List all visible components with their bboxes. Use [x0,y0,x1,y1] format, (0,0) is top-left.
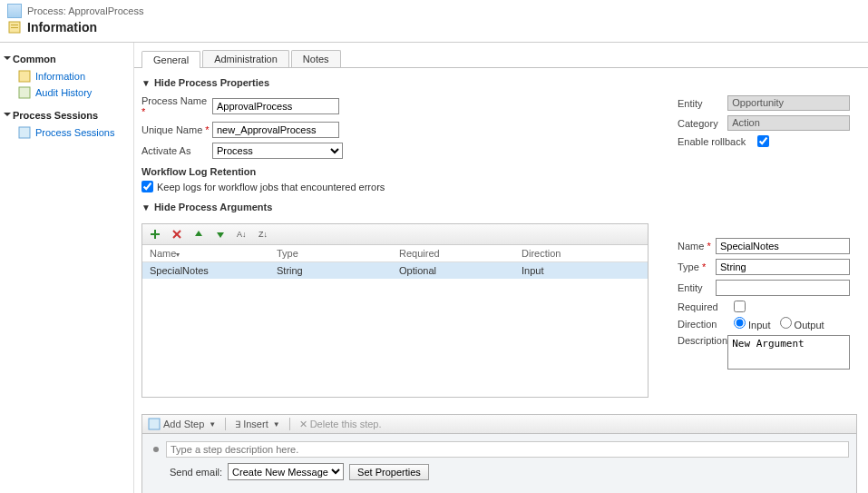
arguments-header: Name▾ Type Required Direction [142,245,648,262]
steps-toolbar: Add Step▼ ∃ Insert▼ ✕ Delete this step. [141,414,857,434]
page-title: Information [27,20,97,35]
delete-icon[interactable] [170,227,184,242]
sessions-icon [18,126,31,139]
process-label: Process: ApprovalProcess [27,5,143,16]
svg-rect-2 [11,27,18,28]
send-email-select[interactable]: Create New Message [228,463,344,480]
col-name[interactable]: Name▾ [142,245,269,261]
svg-rect-4 [19,87,30,98]
delete-x-icon: ✕ [299,419,307,430]
tab-general[interactable]: General [141,51,200,68]
category-readonly: Action [727,115,850,131]
toggle-process-arguments[interactable]: ▼ Hide Process Arguments [141,202,868,212]
step-bullet-icon [153,447,159,452]
insert-icon: ∃ [235,419,240,429]
unique-name-input[interactable] [212,122,339,138]
rollback-checkbox[interactable] [757,135,769,147]
section-title: Hide Process Arguments [154,202,272,212]
process-icon [7,4,22,18]
section-process-arguments: ▼ Hide Process Arguments A [141,202,868,398]
col-type[interactable]: Type [269,245,392,261]
keep-logs-checkbox[interactable] [141,181,153,192]
insert-button[interactable]: ∃ Insert▼ [235,419,279,429]
argument-row[interactable]: SpecialNotes String Optional Input [142,262,648,279]
sort-asc-icon[interactable]: A↓ [235,227,249,242]
cell-required: Optional [392,262,514,279]
step-row[interactable] [150,441,849,458]
label-category: Category [678,118,727,129]
separator [225,418,226,430]
move-down-icon[interactable] [213,227,228,242]
send-email-label: Send email: [170,467,222,478]
label-arg-direction: Direction [678,319,734,330]
arguments-toolbar: A↓ Z↓ [142,224,648,245]
info-icon [7,20,22,35]
entity-readonly: Opportunity [727,95,850,111]
radio-input-label[interactable]: Input [734,317,771,330]
radio-output[interactable] [780,317,792,329]
sidebar-section-sessions[interactable]: Process Sessions [5,110,128,121]
radio-output-label[interactable]: Output [780,317,824,330]
set-properties-button[interactable]: Set Properties [349,464,429,480]
page-header: Process: ApprovalProcess Information [0,0,868,43]
svg-marker-11 [217,232,224,238]
process-name-input[interactable] [212,98,339,114]
arguments-table: A↓ Z↓ Name▾ Type Required Direction [141,223,649,398]
audit-icon [18,86,31,99]
svg-rect-14 [149,419,160,429]
add-icon[interactable] [148,227,162,242]
arg-type-input[interactable] [716,259,850,275]
tab-notes[interactable]: Notes [291,50,341,67]
arg-name-input[interactable] [716,238,850,254]
sidebar-item-label: Audit History [35,87,92,98]
svg-text:A↓: A↓ [237,230,247,239]
toggle-process-properties[interactable]: ▼ Hide Process Properties [141,77,868,88]
label-arg-entity: Entity [678,282,716,293]
arg-entity-input[interactable] [716,280,850,296]
sidebar-item-sessions[interactable]: Process Sessions [5,124,128,141]
separator [289,418,290,430]
tab-administration[interactable]: Administration [202,50,289,67]
col-direction[interactable]: Direction [514,245,648,261]
label-process-name: Process Name * [141,95,212,117]
section-process-properties: ▼ Hide Process Properties Process Name *… [141,77,868,192]
cell-name: SpecialNotes [142,262,269,279]
delete-step-button[interactable]: ✕ Delete this step. [299,419,382,430]
triangle-down-icon: ▼ [141,78,151,88]
sidebar: Common Information Audit History Process… [0,43,134,493]
svg-rect-1 [11,25,18,25]
info-small-icon [18,70,31,83]
label-arg-description: Description [678,335,727,346]
arguments-body-empty [142,279,648,397]
radio-input[interactable] [734,317,746,329]
triangle-down-icon: ▼ [141,202,151,212]
svg-rect-3 [19,71,30,82]
svg-rect-5 [19,127,30,138]
steps-section: Add Step▼ ∃ Insert▼ ✕ Delete this step. [141,414,857,493]
main-area: General Administration Notes ▼ Hide Proc… [134,43,868,493]
add-step-button[interactable]: Add Step▼ [148,418,216,430]
arg-description-input[interactable]: New Argument [727,335,850,370]
col-required[interactable]: Required [392,245,514,261]
sort-desc-icon[interactable]: Z↓ [257,227,271,242]
sidebar-item-label: Information [35,71,85,82]
activate-as-select[interactable]: Process [212,143,343,159]
add-step-icon [148,418,161,430]
move-up-icon[interactable] [191,227,206,242]
svg-marker-10 [195,231,202,236]
label-rollback: Enable rollback [678,136,757,147]
cell-type: String [269,262,392,279]
label-unique-name: Unique Name * [141,124,212,135]
label-arg-type: Type * [678,261,716,272]
sidebar-item-information[interactable]: Information [5,68,128,84]
cell-direction: Input [514,262,648,279]
steps-body: Send email: Create New Message Set Prope… [141,434,857,493]
keep-logs-label: Keep logs for workflow jobs that encount… [157,182,385,192]
sidebar-item-audit[interactable]: Audit History [5,84,128,101]
sidebar-section-common[interactable]: Common [5,54,128,64]
step-description-input[interactable] [166,441,849,458]
section-title: Hide Process Properties [154,77,269,88]
arg-required-checkbox[interactable] [734,301,746,312]
label-arg-name: Name * [678,241,716,251]
step-config: Send email: Create New Message Set Prope… [170,463,849,480]
